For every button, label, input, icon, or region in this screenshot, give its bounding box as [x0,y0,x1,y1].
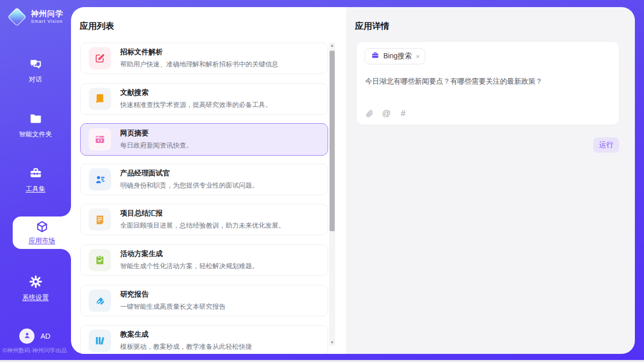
app-card-description: 快速精准查找学术资源，提高研究效率的必备工具。 [120,100,272,110]
plugin-tag-label: Bing搜索 [383,52,412,61]
app-card[interactable]: 教案生成 模板驱动，教案秒成，教学准备从此轻松快捷 [80,325,328,354]
books-icon [89,330,111,352]
user-icon [23,331,31,342]
diamond-logo-icon [7,7,26,26]
gear-icon [29,281,43,290]
app-card-title: 招标文件解析 [120,48,278,57]
app-card-description: 每日政府新闻资讯快查。 [120,141,193,150]
brand-subtitle: Smart Vision [31,19,63,24]
app-card-description: 全面回顾项目进展，总结经验教训，助力未来优化发展。 [120,221,285,230]
app-detail-panel: 应用详情 Bing搜索 × 今日湖北有哪些新闻要点？有哪些需要关注的最新政策？ … [346,7,635,354]
mention-icon[interactable]: @ [382,109,391,118]
user-row[interactable]: AD [19,329,50,344]
app-card-title: 研究报告 [120,290,226,299]
sidebar-item-label: 对话 [0,75,71,84]
interviewer-icon [89,168,111,191]
query-input[interactable]: 今日湖北有哪些新闻要点？有哪些需要关注的最新政策？ [365,77,611,86]
app-card[interactable]: 项目总结汇报 全面回顾项目进展，总结经验教训，助力未来优化发展。 [80,204,328,235]
window-bottom-strip [0,360,644,362]
app-card[interactable]: 产品经理面试官 明确身份和职责，为您提供专业性的面试问题。 [80,164,328,195]
folder-icon [29,118,43,127]
plugin-tag-bing-search[interactable]: Bing搜索 × [365,48,425,64]
brand-name: 神州问学 [31,10,63,18]
app-card[interactable]: 研究报告 一键智能生成高质量长文本研究报告 [80,285,328,316]
hash-icon[interactable]: # [399,109,408,118]
tab-curve-bottom [61,249,71,259]
app-card[interactable]: 招标文件解析 帮助用户快速、准确地理解和解析招标书中的关键信息 [80,43,328,74]
toolbox-icon [29,173,43,182]
scrollbar[interactable]: ▲ ▼ [329,43,335,346]
briefcase-icon [371,51,379,61]
app-list-title: 应用列表 [80,20,114,32]
app-card-description: 帮助用户快速、准确地理解和解析招标书中的关键信息 [120,60,278,69]
app-card-title: 项目总结汇报 [120,209,285,218]
sidebar-item-label: 应用市场 [13,236,71,245]
sidebar-item-label: 系统设置 [0,293,71,302]
sidebar: 神州问学 Smart Vision 对话 智能文件夹 工具集 应用市场 系统设置… [0,0,71,360]
ink-pen-icon [89,289,111,312]
app-card-description: 一键智能生成高质量长文本研究报告 [120,302,226,311]
app-card[interactable]: 网页摘要 每日政府新闻资讯快查。 [80,123,328,156]
sidebar-item-label: 智能文件夹 [0,130,71,139]
app-list-panel: 应用列表 招标文件解析 帮助用户快速、准确地理解和解析招标书中的关键信息 文献搜… [71,7,346,354]
composer-card: Bing搜索 × 今日湖北有哪些新闻要点？有哪些需要关注的最新政策？ @# [356,41,620,125]
app-card-description: 模板驱动，教案秒成，教学准备从此轻松快捷 [120,342,252,351]
sidebar-item-2[interactable]: 智能文件夹 [0,112,71,139]
user-name: AD [41,332,50,340]
app-card-title: 产品经理面试官 [120,169,259,178]
browser-code-icon [89,128,111,151]
app-card-title: 网页摘要 [120,129,193,138]
tab-curve-top [61,206,71,216]
scrollbar-down-arrow[interactable]: ▼ [329,340,335,346]
avatar[interactable] [19,329,34,344]
scrollbar-thumb[interactable] [330,51,335,231]
chat-icon [29,63,43,72]
sidebar-item-1[interactable]: 对话 [0,57,71,84]
sidebar-item-3[interactable]: 工具集 [0,166,71,194]
app-window: 神州问学 Smart Vision 对话 智能文件夹 工具集 应用市场 系统设置… [0,0,644,360]
app-card-description: 明确身份和职责，为您提供专业性的面试问题。 [120,181,259,190]
app-card[interactable]: 文献搜索 快速精准查找学术资源，提高研究效率的必备工具。 [80,83,328,115]
book-icon [89,88,111,110]
app-card-description: 智能生成个性化活动方案，轻松解决规划难题。 [120,262,259,271]
sidebar-item-label: 工具集 [0,185,71,194]
scrollbar-up-arrow[interactable]: ▲ [329,43,335,49]
sidebar-item-5[interactable]: 系统设置 [0,275,71,302]
close-icon[interactable]: × [416,53,420,60]
app-detail-title: 应用详情 [355,20,389,32]
note-icon [89,208,111,231]
brand: 神州问学 Smart Vision [7,7,63,27]
app-card-title: 活动方案生成 [120,249,259,259]
app-card[interactable]: 活动方案生成 智能生成个性化活动方案，轻松解决规划难题。 [80,244,328,276]
app-card-title: 教案生成 [120,330,252,339]
clipboard-check-icon [89,249,111,271]
sidebar-footer: ©神州数码·神州问学出品 [3,347,67,354]
edit-pen-icon [89,47,111,69]
sidebar-item-4-active[interactable]: 应用市场 [13,216,71,249]
run-button[interactable]: 运行 [593,137,619,153]
cube-icon [35,226,49,235]
attachment-icon[interactable] [365,109,374,118]
content-area: 应用列表 招标文件解析 帮助用户快速、准确地理解和解析招标书中的关键信息 文献搜… [71,7,635,354]
app-card-title: 文献搜索 [120,88,272,97]
